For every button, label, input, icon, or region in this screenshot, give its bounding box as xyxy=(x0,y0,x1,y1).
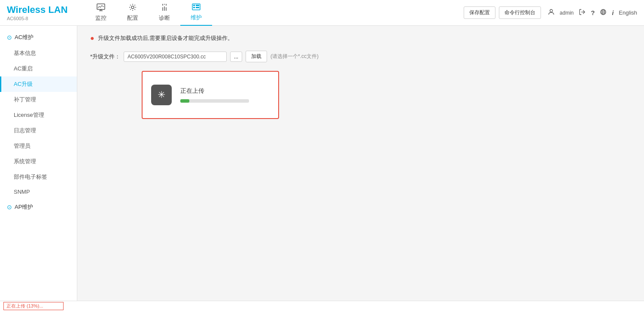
logo-plain: Wireless xyxy=(7,4,48,15)
sidebar-group-ac-label: AC维护 xyxy=(15,34,33,41)
progress-bar-fill xyxy=(180,99,189,103)
sidebar-item-log[interactable]: 日志管理 xyxy=(0,123,77,138)
sidebar-item-basic-info[interactable]: 基本信息 xyxy=(0,46,77,61)
svg-point-16 xyxy=(550,9,553,12)
main-layout: ⊙ AC维护 基本信息 AC重启 AC升级 补丁管理 License管理 日志管… xyxy=(0,26,644,301)
sidebar-group-ac[interactable]: ⊙ AC维护 xyxy=(0,29,77,46)
alert-text: 升级文件加载成功后,需要重启设备才能完成升级操作。 xyxy=(98,34,234,42)
expand-icon-ac: ⊙ xyxy=(7,34,12,41)
sidebar-item-component-label[interactable]: 部件电子标签 xyxy=(0,169,77,185)
svg-rect-13 xyxy=(193,7,195,8)
sidebar-item-ac-restart[interactable]: AC重启 xyxy=(0,61,77,76)
expand-icon-ap: ⊙ xyxy=(7,204,12,210)
nav-config-label: 配置 xyxy=(127,14,138,22)
global-icon[interactable] xyxy=(600,9,607,17)
load-button[interactable]: 加载 xyxy=(246,51,267,62)
svg-rect-15 xyxy=(196,7,199,8)
help-icon[interactable]: ? xyxy=(591,9,595,16)
console-button[interactable]: 命令行控制台 xyxy=(499,6,541,19)
progress-bar-bg xyxy=(180,99,249,103)
header-icons: admin ? i English xyxy=(548,9,637,17)
upload-dialog: ✳ 正在上传 xyxy=(142,71,279,119)
sidebar-item-snmp[interactable]: SNMP xyxy=(0,185,77,199)
sidebar-group-ap[interactable]: ⊙ AP维护 xyxy=(0,199,77,215)
device-model: AC6005-8 xyxy=(7,16,68,21)
info-icon[interactable]: i xyxy=(612,9,614,16)
app-title: Wireless LAN xyxy=(7,4,68,15)
sidebar-item-sys-manage[interactable]: 系统管理 xyxy=(0,154,77,169)
upload-status-text: 正在上传 xyxy=(180,87,270,95)
header-actions: 保存配置 命令行控制台 admin ? i English xyxy=(464,6,637,19)
config-icon xyxy=(129,3,137,13)
logo-accent: LAN xyxy=(48,4,67,15)
spinner-box: ✳ xyxy=(151,85,172,105)
content-area: ● 升级文件加载成功后,需要重启设备才能完成升级操作。 *升级文件： ... 加… xyxy=(77,26,644,301)
svg-rect-14 xyxy=(196,5,199,6)
upgrade-file-label: *升级文件： xyxy=(90,53,120,61)
alert-icon: ● xyxy=(90,34,94,42)
nav-maintain-label: 维护 xyxy=(191,14,202,21)
status-bar-text: 正在上传 (13%)... xyxy=(3,302,64,310)
svg-point-4 xyxy=(131,6,134,9)
username-display: admin xyxy=(560,10,574,16)
upload-info: 正在上传 xyxy=(180,87,270,103)
nav-diagnose-label: 诊断 xyxy=(159,14,170,22)
status-bar: 正在上传 (13%)... xyxy=(0,301,644,311)
user-icon[interactable] xyxy=(548,9,555,17)
nav-config[interactable]: 配置 xyxy=(117,0,149,26)
logo: Wireless LAN AC6005-8 xyxy=(7,4,68,21)
maintain-icon xyxy=(192,3,200,13)
main-nav: 监控 配置 诊断 维护 xyxy=(85,0,464,26)
spinner-icon: ✳ xyxy=(158,89,165,101)
file-hint: (请选择一个*.cc文件) xyxy=(270,53,319,60)
upgrade-file-input[interactable] xyxy=(124,52,227,62)
language-switch[interactable]: English xyxy=(619,9,637,16)
upgrade-file-row: *升级文件： ... 加载 (请选择一个*.cc文件) xyxy=(90,51,631,62)
browse-button[interactable]: ... xyxy=(230,52,242,62)
alert-message: ● 升级文件加载成功后,需要重启设备才能完成升级操作。 xyxy=(90,34,631,42)
nav-monitor-label: 监控 xyxy=(95,14,106,22)
diagnose-icon xyxy=(161,3,168,13)
nav-monitor[interactable]: 监控 xyxy=(85,0,117,26)
sidebar: ⊙ AC维护 基本信息 AC重启 AC升级 补丁管理 License管理 日志管… xyxy=(0,26,77,301)
sidebar-item-license[interactable]: License管理 xyxy=(0,107,77,123)
save-config-button[interactable]: 保存配置 xyxy=(464,6,495,19)
sidebar-group-ap-label: AP维护 xyxy=(15,203,33,211)
svg-rect-12 xyxy=(193,5,195,6)
sidebar-item-patch[interactable]: 补丁管理 xyxy=(0,92,77,107)
monitor-icon xyxy=(97,3,105,13)
nav-maintain[interactable]: 维护 xyxy=(180,0,212,26)
logout-icon[interactable] xyxy=(579,9,586,17)
sidebar-item-ac-upgrade[interactable]: AC升级 xyxy=(0,76,77,92)
nav-diagnose[interactable]: 诊断 xyxy=(149,0,180,26)
sidebar-item-admin[interactable]: 管理员 xyxy=(0,138,77,154)
header: Wireless LAN AC6005-8 监控 配置 诊断 维护 xyxy=(0,0,644,26)
